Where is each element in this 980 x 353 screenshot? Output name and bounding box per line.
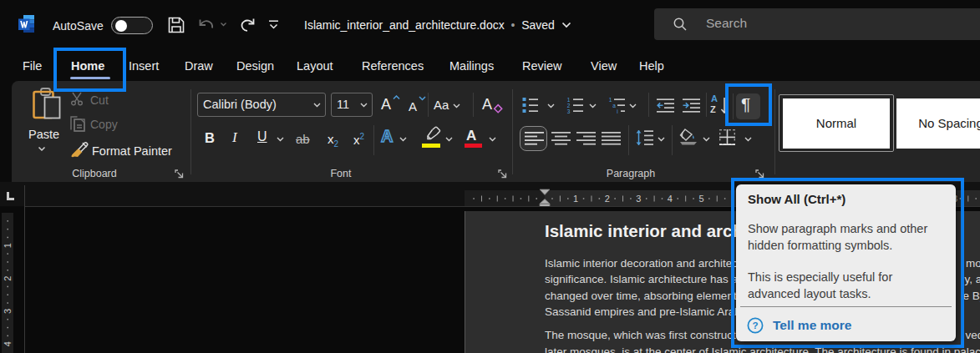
svg-text:?: ? xyxy=(752,320,758,330)
